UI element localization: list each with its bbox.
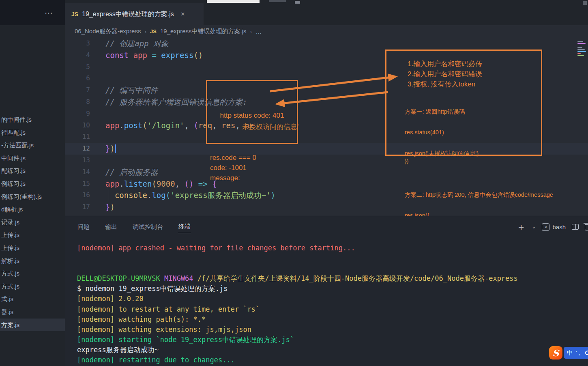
tab-terminal[interactable]: 终端 (178, 220, 191, 233)
chevron-right-icon: › (250, 28, 252, 35)
breadcrumb-file[interactable]: 19_express中错误处理的方案.js (160, 28, 247, 35)
terminal-line: $ nodemon 19_express中错误处理的方案.js (77, 284, 588, 294)
vscode-window: ⋯ JS 19_express中错误处理的方案.js × 06_Node服务器-… (0, 0, 588, 366)
sidebar-file-item[interactable]: 方式.js (0, 280, 65, 293)
split-terminal-icon[interactable] (572, 224, 579, 230)
terminal-output[interactable]: [nodemon] app crashed - waiting for file… (77, 243, 588, 365)
tab-bar: JS 19_express中错误处理的方案.js × (65, 0, 588, 25)
titlebar-corner: ⋯ (0, 0, 65, 25)
sidebar-file-item[interactable]: 上传.js (0, 228, 65, 241)
line-number: 3 (65, 38, 90, 50)
close-icon[interactable]: × (181, 10, 185, 18)
terminal-line: [nodemon] starting `node 19_express中错误处理… (77, 335, 588, 345)
sidebar-file-item[interactable]: 方式.js (0, 267, 65, 280)
titlebar-fragment (295, 1, 300, 4)
sidebar-file-item[interactable]: 例练习.js (0, 177, 65, 190)
line-number: 10 (65, 120, 90, 131)
line-number: 9 (65, 108, 90, 120)
sogou-logo-icon[interactable]: S (549, 346, 562, 360)
explorer-sidebar: 的中间件.js径匹配.js-方法匹配.js中间件.js配练习.js例练习.js例… (0, 25, 65, 366)
sidebar-file-item[interactable]: 例练习(重构).js (0, 190, 65, 203)
code-line[interactable]: 8// 服务器给客户端返回错误信息的方案: (65, 96, 588, 108)
chevron-down-icon[interactable]: ⌄ (532, 224, 536, 230)
code-line[interactable]: 11 (65, 131, 588, 143)
titlebar-fragment (269, 0, 286, 2)
sidebar-file-list: 的中间件.js径匹配.js-方法匹配.js中间件.js配练习.js例练习.js例… (0, 113, 65, 331)
code-line[interactable]: 9 (65, 108, 588, 120)
panel-actions: ＋ ⌄ > bash (516, 216, 588, 237)
ime-toolbar[interactable]: S 中 ’， (549, 346, 588, 360)
sidebar-file-item[interactable]: 解析.js (0, 254, 65, 267)
indent-guide (109, 189, 109, 201)
titlebar-fragment (583, 1, 587, 5)
terminal-line: [nodemon] 2.0.20 (77, 294, 588, 304)
code-line[interactable]: 6 (65, 73, 588, 84)
text-cursor (115, 144, 116, 153)
tab-output[interactable]: 输出 (105, 221, 118, 233)
line-number: 6 (65, 73, 90, 84)
editor-tab[interactable]: JS 19_express中错误处理的方案.js × (65, 3, 204, 25)
terminal-panel: 问题 输出 调试控制台 终端 ＋ ⌄ > bash [nodemon] app … (65, 216, 588, 366)
code-line[interactable]: 3// 创建app 对象 (65, 38, 588, 50)
tab-debug-console[interactable]: 调试控制台 (132, 221, 163, 233)
ime-status-pill[interactable]: 中 ’， (564, 347, 588, 359)
terminal-line (77, 263, 588, 273)
terminal-line (77, 253, 588, 263)
breadcrumb: 06_Node服务器-express › JS 19_express中错误处理的… (65, 25, 588, 38)
code-line[interactable]: 12}) (65, 143, 588, 155)
sidebar-file-item[interactable]: 式.js (0, 293, 65, 306)
code-line[interactable]: 5 (65, 61, 588, 73)
sidebar-file-item[interactable]: -方法匹配.js (0, 139, 65, 152)
code-line[interactable]: 10app.post('/login', (req, res, ne (65, 120, 588, 131)
terminal-line: [nodemon] app crashed - waiting for file… (77, 243, 588, 253)
line-number: 13 (65, 155, 90, 166)
js-file-icon: JS (71, 11, 78, 17)
more-actions-icon[interactable]: ⋯ (45, 8, 53, 18)
tab-problems[interactable]: 问题 (77, 221, 90, 233)
terminal-line: [nodemon] restarting due to changes... (77, 355, 588, 365)
tab-title: 19_express中错误处理的方案.js (82, 10, 174, 19)
sidebar-file-item[interactable]: 器.js (0, 306, 65, 319)
code-line[interactable]: 4const app = express() (65, 50, 588, 61)
ime-punctuation-indicator[interactable]: ’， (576, 349, 582, 357)
shell-selector[interactable]: > bash (542, 223, 566, 231)
code-line[interactable]: 7// 编写中间件 (65, 84, 588, 96)
code-line[interactable]: 16 console.log('express服务器启动成功~') (65, 189, 588, 201)
line-number: 16 (65, 189, 90, 201)
sidebar-file-item[interactable]: 配练习.js (0, 164, 65, 177)
sidebar-file-item[interactable]: 记录.js (0, 216, 65, 229)
code-lines: 3// 创建app 对象4const app = express()567// … (65, 38, 588, 213)
code-line[interactable]: 17}) (65, 201, 588, 213)
line-number: 15 (65, 178, 90, 190)
chevron-right-icon: › (144, 28, 146, 35)
line-number: 5 (65, 61, 90, 73)
line-number: 14 (65, 166, 90, 178)
ime-language-indicator[interactable]: 中 (567, 349, 573, 357)
sidebar-file-item[interactable]: 径匹配.js (0, 126, 65, 139)
sidebar-file-item[interactable]: 上传.js (0, 241, 65, 254)
terminal-line: [nodemon] watching extensions: js,mjs,js… (77, 325, 588, 335)
line-number: 12 (65, 143, 90, 155)
shell-label: bash (552, 224, 566, 230)
ime-mode-icon[interactable] (585, 351, 588, 355)
code-line[interactable]: 14// 启动服务器 (65, 166, 588, 178)
code-line[interactable]: 13 (65, 155, 588, 166)
sidebar-file-item[interactable]: 方案.js (0, 319, 65, 332)
code-line[interactable]: 15app.listen(9000, () => { (65, 178, 588, 190)
breadcrumb-folder[interactable]: 06_Node服务器-express (75, 28, 141, 35)
panel-tab-bar: 问题 输出 调试控制台 终端 (77, 216, 191, 237)
titlebar-fragment (207, 0, 260, 3)
sidebar-file-item[interactable]: 的中间件.js (0, 113, 65, 126)
breadcrumb-more[interactable]: … (255, 28, 262, 35)
kill-terminal-icon[interactable] (585, 224, 588, 230)
line-number: 17 (65, 201, 90, 213)
terminal-line: express服务器启动成功~ (77, 345, 588, 355)
js-file-icon: JS (150, 28, 157, 34)
line-number: 8 (65, 96, 90, 108)
sidebar-file-item[interactable]: d解析.js (0, 203, 65, 216)
new-terminal-button[interactable]: ＋ (516, 222, 526, 232)
sidebar-file-item[interactable]: 中间件.js (0, 152, 65, 165)
code-editor[interactable]: 3// 创建app 对象4const app = express()567// … (65, 38, 588, 216)
minimap[interactable] (577, 40, 587, 57)
terminal-line: DELL@DESKTOP-U9MRVSK MINGW64 /f/共享给学生文件夹… (77, 273, 588, 284)
